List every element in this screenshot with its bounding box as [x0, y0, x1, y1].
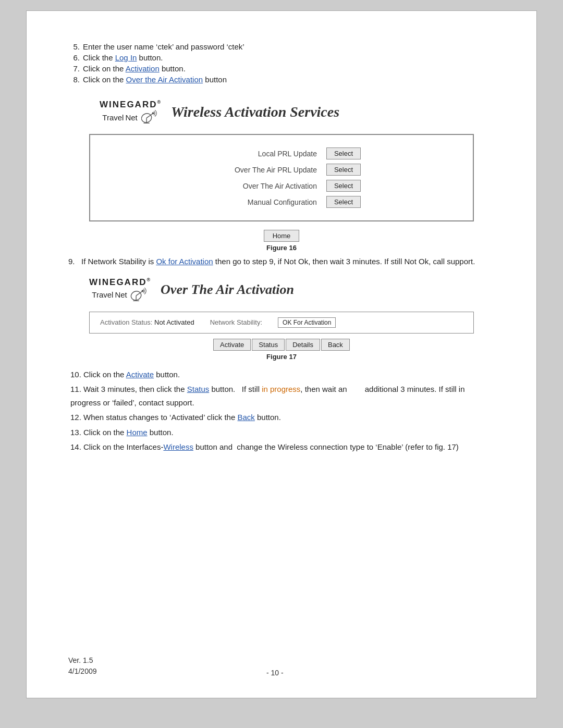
satellite-dish-icon [139, 110, 159, 125]
figure17-caption: Figure 17 [68, 353, 495, 361]
svg-point-2 [152, 112, 154, 114]
bottom-instructions: 10. Click on the Activate button. 11. Wa… [68, 368, 495, 454]
status-link[interactable]: Status [187, 385, 210, 393]
service-row-2: Over The Air PRL Update Select [106, 164, 457, 176]
net-text: Net [125, 113, 137, 122]
travel-text-2: Travel [92, 290, 113, 299]
winegard-logo-2: WINEGARD® Travel Net [89, 277, 151, 302]
service-row-4: Manual Configuration Select [106, 196, 457, 208]
service-selection-box: Local PRL Update Select Over The Air PRL… [89, 134, 474, 221]
svg-point-7 [141, 290, 143, 292]
footer-page: - 10 - [266, 669, 284, 677]
back-button[interactable]: Back [321, 339, 350, 351]
page: 5. Enter the user name ‘ctek’ and passwo… [26, 10, 537, 698]
service-label-4: Manual Configuration [202, 198, 317, 206]
logo-travel: Travel Net [102, 110, 158, 125]
instruction-8: 8. Click on the Over the Air Activation … [68, 75, 495, 84]
footer-version: Ver. 1.5 4/1/2009 [68, 655, 97, 677]
activation-status-value: Not Activated [154, 318, 194, 326]
instruction-12: 12. When status changes to ‘Activated’ c… [68, 411, 495, 424]
network-stability-badge: OK For Activation [278, 317, 336, 328]
activation-status-row: Activation Status: Not Activated Network… [100, 317, 463, 328]
in-progress-text: in progress [262, 385, 300, 393]
travel-text: Travel [102, 113, 124, 122]
local-prl-select-button[interactable]: Select [326, 147, 361, 159]
instruction-14: 14. Click on the Interfaces-Wireless but… [68, 440, 495, 454]
activate-link[interactable]: Activate [126, 370, 154, 379]
brand-header-fig16: WINEGARD® Travel Net Wireless Activation… [100, 100, 495, 125]
activation-link[interactable]: Activation [126, 64, 160, 73]
service-label-2: Over The Air PRL Update [202, 166, 317, 174]
activation-status-box: Activation Status: Not Activated Network… [89, 312, 474, 334]
home-button-wrap-fig16: Home [68, 230, 495, 242]
top-instructions: 5. Enter the user name ‘ctek’ and passwo… [68, 42, 495, 84]
service-label-3: Over The Air Activation [202, 182, 317, 190]
activation-status-label: Activation Status: Not Activated [100, 318, 194, 326]
brand-name-2: WINEGARD® [89, 277, 151, 288]
service-label-1: Local PRL Update [202, 150, 317, 158]
logo-travel-2: Travel Net [92, 288, 148, 302]
ota-activation-select-button[interactable]: Select [326, 180, 361, 192]
page-title-fig17: Over The Air Activation [161, 282, 294, 298]
ota-activation-link[interactable]: Over the Air Activation [126, 75, 203, 84]
instruction-6: 6. Click the Log In button. [68, 53, 495, 62]
instruction-13: 13. Click on the Home button. [68, 426, 495, 439]
back-link[interactable]: Back [237, 413, 254, 422]
winegard-logo: WINEGARD® Travel Net [100, 100, 162, 125]
wireless-link[interactable]: Wireless [163, 442, 193, 451]
instruction-11: 11. Wait 3 minutes, then click the Statu… [68, 382, 495, 409]
footer: Ver. 1.5 4/1/2009 - 10 - [68, 655, 495, 677]
status-button[interactable]: Status [252, 339, 285, 351]
instruction-5: 5. Enter the user name ‘ctek’ and passwo… [68, 42, 495, 51]
brand-name: WINEGARD® [100, 100, 162, 110]
activation-action-buttons: Activate Status Details Back [68, 339, 495, 351]
figure16-caption: Figure 16 [68, 244, 495, 252]
service-row-3: Over The Air Activation Select [106, 180, 457, 192]
ok-activation-link[interactable]: Ok for Activation [156, 257, 213, 266]
instruction-7: 7. Click on the Activation button. [68, 64, 495, 73]
network-stability-label: Network Stability: [210, 318, 262, 326]
home-link[interactable]: Home [127, 428, 148, 437]
instruction-10: 10. Click on the Activate button. [68, 368, 495, 381]
login-link[interactable]: Log In [115, 53, 137, 62]
home-button-fig16[interactable]: Home [264, 230, 300, 242]
ota-prl-select-button[interactable]: Select [326, 164, 361, 176]
brand-header-fig17: WINEGARD® Travel Net Over The Air Activa… [89, 277, 495, 302]
details-button[interactable]: Details [286, 339, 320, 351]
step-9-paragraph: 9. If Network Stability is Ok for Activa… [68, 256, 495, 268]
manual-config-select-button[interactable]: Select [326, 196, 361, 208]
activate-button[interactable]: Activate [213, 339, 251, 351]
net-text-2: Net [115, 290, 127, 299]
satellite-dish-icon-2 [129, 288, 149, 302]
service-row-1: Local PRL Update Select [106, 147, 457, 159]
page-title-fig16: Wireless Activation Services [171, 104, 339, 120]
